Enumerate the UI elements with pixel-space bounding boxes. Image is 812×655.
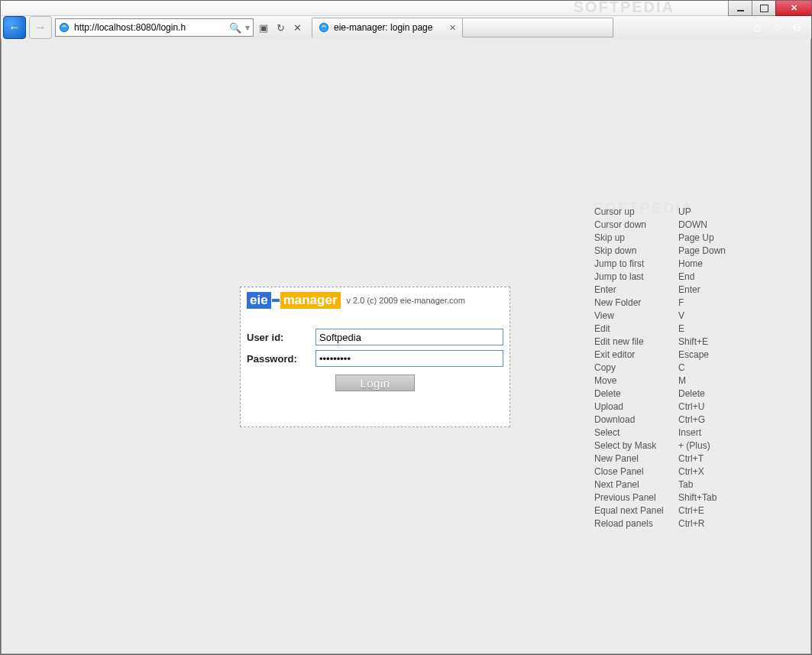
password-label: Password:	[247, 353, 315, 365]
tab-close-icon[interactable]: ✕	[449, 23, 456, 33]
shortcut-name: Select	[594, 426, 678, 439]
shortcut-key: Delete	[678, 387, 705, 400]
login-button[interactable]: Login	[335, 375, 415, 391]
shortcut-row: Cursor downDOWN	[594, 219, 726, 232]
logo-dash-icon	[271, 292, 280, 309]
url-input[interactable]	[73, 20, 225, 35]
shortcut-name: New Panel	[594, 452, 678, 465]
search-icon[interactable]: 🔍	[228, 21, 242, 34]
version-text: v 2.0 (c) 2009 eie-manager.com	[347, 296, 465, 305]
shortcut-key: Shift+Tab	[678, 491, 717, 504]
shortcut-name: New Folder	[594, 297, 678, 310]
shortcut-row: DeleteDelete	[594, 387, 726, 400]
logo-seg-eie: eie	[247, 292, 271, 309]
shortcut-name: Upload	[594, 400, 678, 413]
shortcut-row: SelectInsert	[594, 426, 726, 439]
shortcut-row: EnterEnter	[594, 284, 726, 297]
minimize-button[interactable]	[728, 0, 752, 16]
shortcut-name: Reload panels	[594, 517, 678, 530]
shortcut-row: Select by Mask+ (Plus)	[594, 439, 726, 452]
tab-title: eie-manager: login page	[334, 22, 432, 33]
shortcut-name: Cursor up	[594, 206, 678, 219]
forward-button[interactable]: →	[29, 16, 52, 39]
shortcut-name: Copy	[594, 362, 678, 375]
shortcut-row: DownloadCtrl+G	[594, 413, 726, 426]
home-icon[interactable]	[751, 21, 763, 34]
shortcut-key: F	[678, 297, 684, 310]
login-button-row: Login	[247, 375, 503, 391]
favorites-icon[interactable]	[771, 21, 783, 34]
shortcut-key: Ctrl+X	[678, 465, 704, 478]
watermark-text: SOFTPEDIA	[574, 0, 675, 16]
shortcut-row: Close PanelCtrl+X	[594, 465, 726, 478]
shortcut-name: Equal next Panel	[594, 504, 678, 517]
shortcut-key: Ctrl+R	[678, 517, 704, 530]
shortcut-name: View	[594, 310, 678, 323]
address-bar[interactable]: 🔍 ▾	[55, 18, 254, 37]
stop-icon[interactable]: ✕	[290, 21, 304, 34]
password-row: Password:	[247, 350, 503, 367]
shortcut-key: Ctrl+E	[678, 504, 704, 517]
shortcut-name: Next Panel	[594, 478, 678, 491]
userid-input[interactable]	[315, 329, 503, 345]
shortcut-name: Close Panel	[594, 465, 678, 478]
ie-favicon-icon	[59, 22, 70, 33]
shortcut-row: Skip downPage Down	[594, 245, 726, 258]
shortcut-name: Exit editor	[594, 349, 678, 362]
shortcut-row: Cursor upUP	[594, 206, 726, 219]
new-tab-button[interactable]	[463, 18, 613, 37]
settings-icon[interactable]	[791, 21, 803, 34]
shortcut-name: Select by Mask	[594, 439, 678, 452]
password-input[interactable]	[315, 350, 503, 367]
shortcut-row: CopyC	[594, 362, 726, 375]
eie-manager-logo: eie manager	[247, 292, 341, 309]
browser-toolbar: ← → 🔍 ▾ ▣ ↻ ✕ eie-manager: login page ✕	[0, 16, 812, 40]
shortcut-key: C	[678, 362, 685, 375]
shortcut-name: Move	[594, 375, 678, 387]
shortcut-row: Reload panelsCtrl+R	[594, 517, 726, 530]
shortcut-row: MoveM	[594, 375, 726, 387]
shortcut-key: Shift+E	[678, 336, 708, 349]
shortcut-name: Jump to first	[594, 258, 678, 271]
shortcut-key: Ctrl+T	[678, 452, 704, 465]
refresh-icon[interactable]: ↻	[273, 21, 287, 34]
shortcut-key: Ctrl+U	[678, 400, 704, 413]
shortcut-key: DOWN	[678, 219, 707, 232]
shortcut-key: Escape	[678, 349, 709, 362]
shortcut-name: Download	[594, 413, 678, 426]
shortcut-row: Jump to firstHome	[594, 258, 726, 271]
browser-tab[interactable]: eie-manager: login page ✕	[312, 18, 463, 37]
shortcut-key: Insert	[678, 426, 701, 439]
userid-label: User id:	[247, 332, 315, 343]
shortcut-row: ViewV	[594, 310, 726, 323]
svg-point-0	[60, 23, 68, 31]
shortcut-row: Jump to lastEnd	[594, 271, 726, 284]
shortcut-key: Ctrl+G	[678, 413, 705, 426]
close-button[interactable]	[775, 0, 812, 16]
window-titlebar: SOFTPEDIA	[0, 0, 812, 16]
shortcut-row: New FolderF	[594, 297, 726, 310]
logo-seg-manager: manager	[280, 292, 341, 309]
shortcut-key: Page Up	[678, 232, 714, 245]
shortcut-name: Delete	[594, 387, 678, 400]
shortcut-key: Home	[678, 258, 703, 271]
shortcut-key: V	[678, 310, 684, 323]
shortcut-name: Jump to last	[594, 271, 678, 284]
window-controls	[729, 0, 812, 15]
toolbar-right-icons	[751, 21, 809, 34]
shortcut-name: Edit new file	[594, 336, 678, 349]
shortcut-row: Previous PanelShift+Tab	[594, 491, 726, 504]
shortcut-key: Tab	[678, 478, 693, 491]
shortcut-row: UploadCtrl+U	[594, 400, 726, 413]
shortcut-key: UP	[678, 206, 691, 219]
login-panel: eie manager v 2.0 (c) 2009 eie-manager.c…	[240, 287, 510, 427]
compat-view-icon[interactable]: ▣	[257, 21, 270, 34]
arrow-right-icon: →	[34, 21, 47, 34]
back-button[interactable]: ←	[3, 16, 26, 39]
maximize-button[interactable]	[752, 0, 776, 16]
shortcut-row: Exit editorEscape	[594, 349, 726, 362]
userid-row: User id:	[247, 329, 503, 345]
shortcut-row: EditE	[594, 323, 726, 336]
shortcut-name: Skip up	[594, 232, 678, 245]
shortcut-name: Previous Panel	[594, 491, 678, 504]
